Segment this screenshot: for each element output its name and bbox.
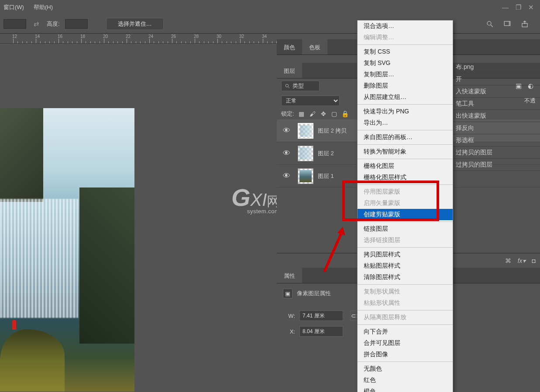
cm-quick-export-png[interactable]: 快速导出为 PNG xyxy=(358,106,453,117)
right-peek-list: 布.png开入快速蒙版笔工具出快速蒙版择反向形选框过拷贝的图层过拷贝的图层 xyxy=(453,61,540,171)
swap-dims-icon[interactable]: ⇄ xyxy=(31,20,41,28)
lock-label: 锁定: xyxy=(281,110,294,118)
cm-create-clipping-mask[interactable]: 创建剪贴蒙版 xyxy=(358,209,453,220)
cm-red[interactable]: 红色 xyxy=(358,375,453,386)
watermark: GXI网 system.com xyxy=(231,183,280,215)
tab-swatch[interactable]: 色板 xyxy=(302,39,327,55)
peek-item[interactable]: 笔工具 xyxy=(453,98,540,110)
width-value-input[interactable] xyxy=(299,310,343,321)
cm-select-linked: 选择链接图层 xyxy=(358,235,453,246)
pixel-layer-icon: ▣ xyxy=(283,289,292,298)
svg-line-1 xyxy=(491,25,493,27)
lock-all-icon[interactable]: 🔒 xyxy=(342,110,349,117)
menu-bar: 窗口(W) 帮助(H) — ❐ ✕ xyxy=(0,0,540,14)
close-icon[interactable]: ✕ xyxy=(528,3,534,11)
layer-name: 图层 2 xyxy=(318,150,334,157)
visibility-icon[interactable]: 👁 xyxy=(279,149,293,158)
visibility-icon[interactable]: 👁 xyxy=(279,172,293,181)
search-icon[interactable] xyxy=(486,20,494,28)
cm-convert-smart-object[interactable]: 转换为智能对象 xyxy=(358,146,453,157)
cm-disable-layer-mask: 停用图层蒙版 xyxy=(358,186,453,198)
peek-item[interactable]: 布.png xyxy=(453,61,540,73)
svg-line-6 xyxy=(288,87,289,88)
tab-color[interactable]: 颜色 xyxy=(277,39,302,55)
peek-item[interactable]: 出快速蒙版 xyxy=(453,110,540,122)
canvas-area xyxy=(0,44,277,392)
peek-item[interactable]: 过拷贝的图层 xyxy=(453,147,540,159)
cm-merge-visible[interactable]: 合并可见图层 xyxy=(358,337,453,349)
layer-thumbnail[interactable] xyxy=(298,123,313,139)
cm-link-layers[interactable]: 链接图层 xyxy=(358,223,453,235)
lock-position-icon[interactable]: ✥ xyxy=(320,110,327,117)
w-label: W: xyxy=(283,313,295,319)
cm-no-color[interactable]: 无颜色 xyxy=(358,363,453,375)
cm-export-as[interactable]: 导出为… xyxy=(358,117,453,129)
fx-icon[interactable]: fx▾ xyxy=(518,257,526,264)
layer-context-menu: 混合选项… 编辑调整… 复制 CSS 复制 SVG 复制图层… 删除图层 从图层… xyxy=(357,20,453,392)
tab-layers[interactable]: 图层 xyxy=(277,63,302,78)
blend-mode-select[interactable]: 正常 xyxy=(281,95,340,106)
height-label: 高度: xyxy=(47,20,60,28)
workspace-icon[interactable] xyxy=(503,20,511,28)
svg-point-0 xyxy=(487,21,491,25)
layer-thumbnail[interactable] xyxy=(298,146,313,161)
cm-paste-shape-attr: 粘贴形状属性 xyxy=(358,297,453,309)
cm-delete-layer[interactable]: 删除图层 xyxy=(358,80,453,92)
cm-paste-layer-style[interactable]: 粘贴图层样式 xyxy=(358,260,453,272)
layer-name: 图层 1 xyxy=(318,172,334,180)
cm-edit-adjust: 编辑调整… xyxy=(358,32,453,43)
cm-copy-shape-attr: 复制形状属性 xyxy=(358,286,453,297)
peek-item[interactable]: 择反向 xyxy=(453,122,540,134)
peek-item[interactable]: 开 xyxy=(453,73,540,85)
peek-item[interactable]: 形选框 xyxy=(453,134,540,147)
cm-merge-down[interactable]: 向下合并 xyxy=(358,326,453,337)
cm-copy-css[interactable]: 复制 CSS xyxy=(358,46,453,58)
cm-enable-vector-mask: 启用矢量蒙版 xyxy=(358,198,453,209)
cm-duplicate-layer[interactable]: 复制图层… xyxy=(358,69,453,80)
tab-properties[interactable]: 属性 xyxy=(277,268,302,283)
width-input[interactable] xyxy=(3,19,26,29)
layer-thumbnail[interactable] xyxy=(298,168,313,184)
peek-item[interactable]: 入快速蒙版 xyxy=(453,85,540,98)
cm-copy-layer-style[interactable]: 拷贝图层样式 xyxy=(358,249,453,260)
minimize-icon[interactable]: — xyxy=(502,3,509,11)
visibility-icon[interactable]: 👁 xyxy=(279,126,293,135)
svg-point-5 xyxy=(285,84,289,87)
cm-blend-options[interactable]: 混合选项… xyxy=(358,20,453,32)
peek-item[interactable]: 过拷贝的图层 xyxy=(453,159,540,171)
cm-flatten[interactable]: 拼合图像 xyxy=(358,349,453,360)
menu-help[interactable]: 帮助(H) xyxy=(34,3,53,11)
maximize-icon[interactable]: ❐ xyxy=(516,3,521,11)
lock-pixels-icon[interactable]: 🖌 xyxy=(309,110,316,117)
cm-release-isolation: 从隔离图层释放 xyxy=(358,312,453,323)
document[interactable] xyxy=(0,108,134,392)
cm-rasterize-layer[interactable]: 栅格化图层 xyxy=(358,160,453,172)
cm-rasterize-style[interactable]: 栅格化图层样式 xyxy=(358,172,453,183)
cm-orange[interactable]: 橙色 xyxy=(358,386,453,392)
lock-transparent-icon[interactable]: ▦ xyxy=(298,110,305,117)
cm-copy-svg[interactable]: 复制 SVG xyxy=(358,58,453,69)
x-label: X: xyxy=(283,328,295,335)
mask-icon[interactable]: ◘ xyxy=(532,257,536,264)
select-and-mask-button[interactable]: 选择并遮住… xyxy=(106,18,164,30)
x-value-input[interactable] xyxy=(299,326,343,337)
layer-name: 图层 2 拷贝 xyxy=(318,127,347,135)
cm-artboard-from-layer[interactable]: 来自图层的画板… xyxy=(358,132,453,143)
filter-search-icon xyxy=(285,83,290,89)
link-layers-icon[interactable]: ⌘ xyxy=(505,257,511,264)
cm-clear-layer-style[interactable]: 清除图层样式 xyxy=(358,272,453,283)
props-title: 像素图层属性 xyxy=(297,290,331,297)
menu-window[interactable]: 窗口(W) xyxy=(3,3,24,11)
cm-group-from-layers[interactable]: 从图层建立组… xyxy=(358,92,453,103)
lock-artboard-icon[interactable]: ▢ xyxy=(331,110,338,117)
layer-filter-type[interactable]: 类型 xyxy=(281,81,320,91)
height-input[interactable] xyxy=(65,19,88,29)
options-bar: ⇄ 高度: 选择并遮住… xyxy=(0,14,540,34)
share-icon[interactable] xyxy=(521,20,529,28)
